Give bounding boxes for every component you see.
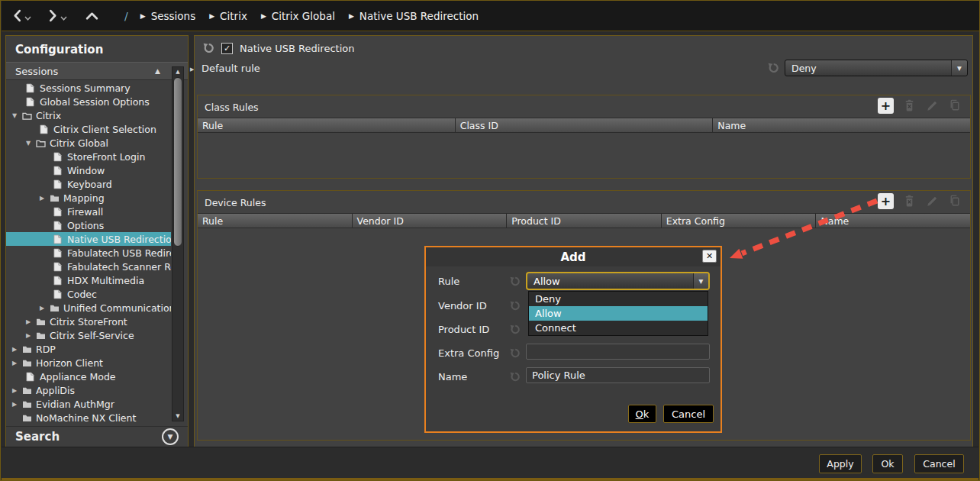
column-header[interactable]: Class ID (456, 118, 714, 132)
revert-icon[interactable] (202, 42, 214, 54)
search-expand-button[interactable]: ▼ (162, 428, 179, 445)
tree-item[interactable]: Fabulatech Scanner Redirection (6, 260, 171, 273)
copy-button[interactable] (948, 194, 962, 208)
close-icon[interactable]: ✕ (702, 250, 717, 263)
column-header[interactable]: Product ID (507, 214, 662, 228)
expander-right-icon[interactable]: ▶ (12, 346, 22, 353)
column-header[interactable]: Vendor ID (353, 214, 508, 228)
scrollbar-thumb[interactable] (173, 77, 182, 247)
chevron-right-icon (48, 9, 58, 22)
column-header[interactable]: Rule (198, 214, 353, 228)
tree-item[interactable]: Options (6, 218, 171, 232)
tree-item[interactable]: ▶RDP (6, 342, 171, 356)
tree-item[interactable]: Citrix Client Selection (6, 122, 171, 136)
class-rules-title: Class Rules (205, 102, 259, 113)
rule-select[interactable]: Allow ▼ (526, 272, 710, 290)
native-usb-redirection-checkbox[interactable]: ✓ (221, 43, 233, 54)
breadcrumb-arrow-icon: ▶ (349, 12, 354, 20)
breadcrumb-item[interactable]: ▶Citrix (209, 10, 247, 22)
revert-icon[interactable] (509, 300, 521, 312)
expander-right-icon[interactable]: ▶ (40, 305, 50, 312)
folder-icon (22, 400, 35, 408)
tree-item[interactable]: NoMachine NX Client (6, 411, 171, 424)
scroll-down-icon[interactable]: ▼ (172, 412, 183, 421)
add-button[interactable]: + (878, 98, 894, 114)
file-icon (53, 276, 66, 286)
tree-item[interactable]: Global Session Options (6, 95, 171, 108)
forward-button[interactable] (48, 9, 58, 22)
expander-right-icon[interactable]: ▶ (40, 195, 50, 202)
default-rule-select[interactable]: Deny ▼ (785, 60, 968, 76)
tree-item[interactable]: Native USB Redirection (6, 232, 171, 246)
extra-config-input[interactable] (526, 344, 710, 360)
delete-button[interactable] (902, 194, 917, 208)
back-button[interactable] (12, 9, 22, 22)
tree-item[interactable]: ▶Horizon Client (6, 356, 171, 370)
tree-item[interactable]: ▼Citrix Global (6, 136, 171, 150)
dropdown-option[interactable]: Allow (529, 306, 708, 321)
tree-item[interactable]: ▶Unified Communications (6, 301, 171, 315)
add-button[interactable]: + (878, 193, 894, 209)
tree-item[interactable]: Window (6, 163, 171, 177)
collapse-up-icon[interactable]: ▲ (155, 67, 160, 75)
expander-right-icon[interactable]: ▶ (26, 318, 36, 325)
expander-right-icon[interactable]: ▶ (26, 332, 36, 339)
breadcrumb-root[interactable]: / (124, 10, 128, 22)
expander-right-icon[interactable]: ▶ (12, 387, 22, 394)
tree-item[interactable]: Fabulatech USB Redirection (6, 246, 171, 260)
search-section-header[interactable]: Search ▼ (6, 426, 188, 447)
tree-item[interactable]: ▶AppliDis (6, 383, 171, 397)
revert-icon[interactable] (509, 347, 521, 359)
tree-item[interactable]: HDX Multimedia (6, 273, 171, 287)
sessions-section-header[interactable]: Sessions ▲ (6, 62, 188, 80)
tree-item[interactable]: Codec (6, 287, 171, 301)
default-rule-value: Deny (791, 63, 817, 74)
up-button[interactable] (85, 11, 98, 21)
breadcrumb-item[interactable]: ▶Sessions (140, 10, 195, 22)
cancel-button[interactable]: Cancel (914, 454, 964, 473)
expander-down-icon[interactable]: ▼ (12, 112, 22, 119)
edit-button[interactable] (925, 194, 940, 208)
expander-right-icon[interactable]: ▶ (12, 360, 22, 366)
ok-button[interactable]: Ok (872, 454, 903, 473)
tree-item[interactable]: ▶Citrix StoreFront (6, 315, 171, 328)
tree-item[interactable]: Keyboard (6, 177, 171, 191)
sidebar-scrollbar[interactable]: ▲ ▼ (172, 66, 184, 421)
native-usb-redirection-label: Native USB Redirection (240, 43, 354, 54)
expander-right-icon[interactable]: ▶ (12, 401, 22, 408)
dropdown-option[interactable]: Deny (529, 292, 708, 306)
tree-item[interactable]: ▶Evidian AuthMgr (6, 397, 171, 411)
folder-icon (50, 194, 63, 202)
name-input[interactable] (526, 367, 710, 383)
scroll-up-icon[interactable]: ▲ (172, 67, 183, 76)
column-header[interactable]: Extra Config (662, 214, 817, 228)
forward-history-caret[interactable] (60, 16, 67, 21)
revert-icon[interactable] (767, 62, 779, 74)
edit-button[interactable] (925, 98, 940, 113)
column-header[interactable]: Name (713, 118, 970, 132)
copy-button[interactable] (948, 98, 962, 113)
tree-item[interactable]: ▼Citrix (6, 108, 171, 122)
tree-item[interactable]: ▶Citrix Self-Service (6, 328, 171, 342)
dialog-ok-button[interactable]: Ok (628, 405, 656, 423)
breadcrumb-item[interactable]: ▶Native USB Redirection (349, 10, 479, 22)
tree-item[interactable]: Appliance Mode (6, 370, 171, 383)
tree-item[interactable]: StoreFront Login (6, 150, 171, 163)
dialog-cancel-button[interactable]: Cancel (663, 405, 714, 423)
revert-icon[interactable] (509, 324, 521, 335)
apply-button[interactable]: Apply (819, 454, 862, 473)
back-history-caret[interactable] (24, 16, 31, 21)
revert-icon[interactable] (509, 276, 521, 287)
tree-item[interactable]: Sessions Summary (6, 81, 171, 95)
breadcrumb-item[interactable]: ▶Citrix Global (261, 10, 335, 22)
column-header[interactable]: Rule (198, 118, 456, 132)
tree-item[interactable]: Firewall (6, 205, 171, 218)
revert-icon[interactable] (509, 371, 521, 383)
column-header[interactable]: Name (816, 214, 970, 228)
tree-item[interactable]: ▶Mapping (6, 191, 171, 205)
select-arrow-icon[interactable]: ▼ (693, 273, 708, 289)
expander-down-icon[interactable]: ▼ (26, 140, 36, 147)
delete-button[interactable] (902, 98, 917, 113)
select-arrow-icon[interactable]: ▼ (951, 60, 967, 76)
dropdown-option[interactable]: Connect (529, 321, 708, 335)
